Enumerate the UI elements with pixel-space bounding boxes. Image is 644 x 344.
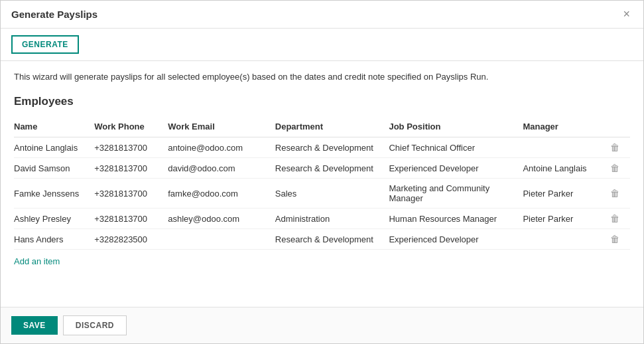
table-cell: +3281813700 — [94, 179, 168, 209]
delete-row-button[interactable]: 🗑 — [610, 209, 630, 229]
trash-icon[interactable]: 🗑 — [610, 142, 619, 153]
generate-payslips-modal: Generate Payslips × GENERATE This wizard… — [0, 0, 644, 344]
table-cell: +3281813700 — [94, 158, 168, 179]
table-cell: Research & Development — [275, 229, 389, 250]
table-cell: Famke Jenssens — [14, 179, 94, 209]
modal-title: Generate Payslips — [11, 9, 97, 20]
table-cell: david@odoo.com — [168, 158, 275, 179]
table-cell — [168, 229, 275, 250]
toolbar: GENERATE — [1, 29, 643, 61]
table-cell: Pieter Parker — [523, 179, 610, 209]
table-cell: +3281813700 — [94, 137, 168, 158]
employees-table: Name Work Phone Work Email Department Jo… — [14, 118, 630, 250]
table-row: Famke Jenssens+3281813700famke@odoo.comS… — [14, 179, 630, 209]
table-cell: Experienced Developer — [389, 158, 523, 179]
delete-row-button[interactable]: 🗑 — [610, 179, 630, 209]
table-cell: Antoine Langlais — [523, 158, 610, 179]
table-cell: Experienced Developer — [389, 229, 523, 250]
col-header-name: Name — [14, 118, 94, 137]
table-cell: Hans Anders — [14, 229, 94, 250]
table-row: Ashley Presley+3281813700ashley@odoo.com… — [14, 209, 630, 229]
trash-icon[interactable]: 🗑 — [610, 213, 619, 224]
trash-icon[interactable]: 🗑 — [610, 163, 619, 173]
table-cell: Antoine Langlais — [14, 137, 94, 158]
table-cell: Research & Development — [275, 158, 389, 179]
table-cell: Ashley Presley — [14, 209, 94, 229]
table-cell: Sales — [275, 179, 389, 209]
table-cell — [523, 229, 610, 250]
table-cell: Pieter Parker — [523, 209, 610, 229]
table-cell: Marketing and Community Manager — [389, 179, 523, 209]
delete-row-button[interactable]: 🗑 — [610, 137, 630, 158]
trash-icon[interactable]: 🗑 — [610, 234, 619, 244]
save-button[interactable]: SAVE — [11, 316, 58, 335]
trash-icon[interactable]: 🗑 — [610, 188, 619, 199]
col-header-phone: Work Phone — [94, 118, 168, 137]
section-title: Employees — [14, 95, 630, 108]
table-cell — [523, 137, 610, 158]
discard-button[interactable]: DISCARD — [63, 315, 127, 335]
table-cell: Research & Development — [275, 137, 389, 158]
close-button[interactable]: × — [620, 7, 633, 21]
col-header-dept: Department — [275, 118, 389, 137]
table-cell: famke@odoo.com — [168, 179, 275, 209]
col-header-action — [610, 118, 630, 137]
modal-footer: SAVE DISCARD — [1, 307, 643, 343]
col-header-job: Job Position — [389, 118, 523, 137]
table-header-row: Name Work Phone Work Email Department Jo… — [14, 118, 630, 137]
table-cell: Chief Technical Officer — [389, 137, 523, 158]
col-header-manager: Manager — [523, 118, 610, 137]
delete-row-button[interactable]: 🗑 — [610, 229, 630, 250]
add-item-link[interactable]: Add an item — [14, 256, 60, 266]
table-cell: +3282823500 — [94, 229, 168, 250]
table-cell: ashley@odoo.com — [168, 209, 275, 229]
table-cell: David Samson — [14, 158, 94, 179]
table-cell: antoine@odoo.com — [168, 137, 275, 158]
generate-button[interactable]: GENERATE — [11, 35, 79, 54]
table-cell: +3281813700 — [94, 209, 168, 229]
modal-body: This wizard will generate payslips for a… — [1, 61, 643, 307]
table-row: David Samson+3281813700david@odoo.comRes… — [14, 158, 630, 179]
delete-row-button[interactable]: 🗑 — [610, 158, 630, 179]
modal-header: Generate Payslips × — [1, 1, 643, 29]
info-text: This wizard will generate payslips for a… — [14, 72, 630, 82]
col-header-email: Work Email — [168, 118, 275, 137]
table-row: Antoine Langlais+3281813700antoine@odoo.… — [14, 137, 630, 158]
table-cell: Human Resources Manager — [389, 209, 523, 229]
table-row: Hans Anders+3282823500Research & Develop… — [14, 229, 630, 250]
table-cell: Administration — [275, 209, 389, 229]
